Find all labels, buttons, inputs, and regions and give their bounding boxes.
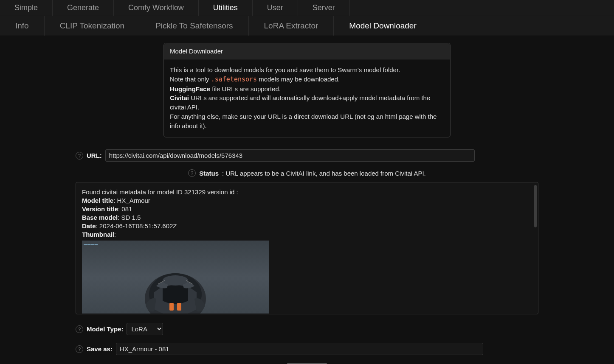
status-label: Status	[199, 170, 219, 177]
info-card-title: Model Downloader	[164, 43, 450, 59]
meta-base-model: Base model: SD 1.5	[82, 214, 532, 221]
help-icon[interactable]: ?	[188, 169, 196, 177]
armor-icon	[133, 263, 218, 314]
safetensors-code: .safetensors	[211, 76, 257, 83]
save-as-label: Save as:	[87, 345, 113, 353]
meta-model-title: Model title: HX_Armour	[82, 197, 532, 204]
info-line-2: Note that only .safetensors models may b…	[170, 75, 444, 84]
metadata-box: Found civitai metadata for model ID 3213…	[76, 182, 538, 314]
status-row: ? Status: URL appears to be a CivitAI li…	[76, 169, 538, 177]
help-icon[interactable]: ?	[76, 325, 83, 333]
tab-utilities[interactable]: Utilities	[199, 0, 253, 16]
info-card: Model Downloader This is a tool to downl…	[163, 43, 451, 137]
subtab-model-downloader[interactable]: Model Downloader	[334, 16, 432, 36]
help-icon[interactable]: ?	[76, 345, 83, 353]
status-text: : URL appears to be a CivitAI link, and …	[222, 170, 426, 177]
tab-simple[interactable]: Simple	[0, 0, 53, 16]
tab-comfy-workflow[interactable]: Comfy Workflow	[114, 0, 199, 16]
url-row: ? URL:	[76, 149, 538, 162]
thumbnail-watermark: ▬▬▬▬	[84, 242, 98, 246]
save-as-input[interactable]	[116, 343, 483, 355]
subtab-clip-tokenization[interactable]: CLIP Tokenization	[45, 16, 140, 36]
tab-user[interactable]: User	[253, 0, 298, 16]
svg-rect-3	[177, 303, 181, 311]
subtab-pickle-to-safetensors[interactable]: Pickle To Safetensors	[140, 16, 248, 36]
help-icon[interactable]: ?	[76, 152, 83, 160]
content-area: Model Downloader This is a tool to downl…	[0, 36, 614, 364]
meta-found: Found civitai metadata for model ID 3213…	[82, 188, 532, 196]
svg-point-4	[163, 275, 188, 286]
info-line-5: For anything else, make sure your URL is…	[170, 112, 444, 131]
info-card-body: This is a tool to download models for yo…	[164, 59, 450, 137]
scrollbar[interactable]	[534, 185, 537, 227]
tab-server[interactable]: Server	[298, 0, 350, 16]
meta-thumbnail-label: Thumbnail:	[82, 231, 532, 238]
model-type-label: Model Type:	[87, 325, 123, 333]
model-type-row: ? Model Type: LoRA	[76, 323, 538, 335]
tab-generate[interactable]: Generate	[53, 0, 114, 16]
svg-rect-2	[169, 303, 174, 311]
meta-version-title: Version title: 081	[82, 205, 532, 213]
primary-tabs: Simple Generate Comfy Workflow Utilities…	[0, 0, 614, 16]
info-line-4: Civitai URLs are supported and will auto…	[170, 93, 444, 112]
save-as-row: ? Save as:	[76, 343, 538, 355]
subtab-lora-extractor[interactable]: LoRA Extractor	[249, 16, 334, 36]
url-label: URL:	[87, 152, 102, 159]
info-line-1: This is a tool to download models for yo…	[170, 65, 444, 75]
thumbnail-image: ▬▬▬▬	[82, 241, 269, 314]
url-input[interactable]	[105, 149, 475, 162]
info-line-3: HuggingFace file URLs are supported.	[170, 84, 444, 94]
model-type-select[interactable]: LoRA	[127, 323, 163, 335]
subtab-info[interactable]: Info	[0, 16, 45, 36]
meta-date: Date: 2024-06-16T08:51:57.602Z	[82, 222, 532, 230]
secondary-tabs: Info CLIP Tokenization Pickle To Safeten…	[0, 16, 614, 36]
